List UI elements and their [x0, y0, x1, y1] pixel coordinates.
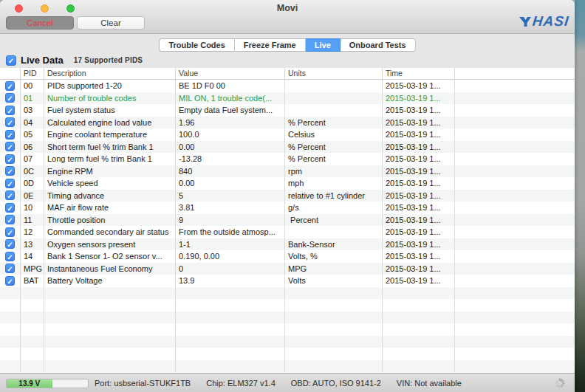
row-time: [383, 287, 455, 300]
row-filler: [455, 92, 575, 105]
column-header-description[interactable]: Description: [44, 68, 176, 79]
row-value: [176, 287, 285, 300]
hasi-logo-y-icon: [519, 16, 532, 28]
row-checkbox[interactable]: [5, 239, 15, 249]
table-row[interactable]: 12 Commanded secondary air status From t…: [0, 226, 575, 238]
row-filler: [455, 275, 575, 287]
row-checkbox-cell: [0, 226, 21, 238]
row-value: [176, 348, 285, 360]
hasi-logo-text: HASI: [531, 13, 569, 30]
row-pid: [21, 299, 44, 312]
row-checkbox[interactable]: [5, 252, 15, 261]
row-time: 2015-03-19 1...: [383, 80, 455, 92]
column-header-checkbox: [0, 68, 21, 79]
table-row[interactable]: BAT Battery Voltage 13.9 Volts 2015-03-1…: [0, 275, 575, 287]
table-row[interactable]: 10 MAF air flow rate 3.81 g/s 2015-03-19…: [0, 202, 575, 214]
row-units: [285, 360, 383, 373]
row-checkbox[interactable]: [5, 190, 15, 200]
table-row[interactable]: 0E Timing advance 5 relative to #1 cylin…: [0, 190, 575, 202]
table-row[interactable]: 00 PIDs supported 1-20 BE 1D F0 00 2015-…: [0, 80, 575, 92]
tab-live[interactable]: Live: [306, 38, 341, 52]
column-header-time[interactable]: Time: [383, 68, 455, 79]
table-row[interactable]: 05 Engine coolant temperature 100.0 Cels…: [0, 128, 575, 141]
row-checkbox[interactable]: [5, 154, 15, 164]
row-checkbox[interactable]: [5, 130, 15, 140]
status-bar: 13.9 V Port: usbserial-STUKF1TB Chip: EL…: [0, 373, 575, 392]
table-row[interactable]: 0C Engine RPM 840 rpm 2015-03-19 1...: [0, 165, 575, 178]
row-pid: 10: [21, 202, 44, 214]
row-pid: MPG: [21, 263, 44, 275]
clear-button[interactable]: Clear: [77, 16, 145, 30]
row-description: Timing advance: [44, 190, 176, 202]
row-units: % Percent: [285, 141, 383, 154]
row-pid: 01: [21, 92, 44, 105]
row-time: 2015-03-19 1...: [383, 226, 455, 238]
row-description: Bank 1 Sensor 1- O2 sensor v...: [44, 250, 176, 263]
traffic-lights: [15, 4, 75, 13]
table-row[interactable]: 01 Number of trouble codes MIL ON, 1 tro…: [0, 92, 575, 105]
row-checkbox[interactable]: [5, 203, 15, 213]
row-value: 0.190, 0.00: [176, 250, 285, 263]
row-value: 5: [176, 190, 285, 202]
table-row[interactable]: 0D Vehicle speed 0.00 mph 2015-03-19 1..…: [0, 177, 575, 190]
table-row[interactable]: 11 Throttle position 9 Percent 2015-03-1…: [0, 214, 575, 227]
column-header-value[interactable]: Value: [176, 68, 285, 79]
tab-onboard-tests[interactable]: Onboard Tests: [341, 38, 416, 52]
zoom-button[interactable]: [66, 4, 75, 13]
row-description: Battery Voltage: [44, 275, 176, 287]
close-button[interactable]: [15, 4, 23, 13]
row-checkbox[interactable]: [5, 93, 15, 103]
tab-freeze-frame[interactable]: Freeze Frame: [235, 38, 306, 52]
table-row[interactable]: 04 Calculated engine load value 1.96 % P…: [0, 117, 575, 129]
row-value: From the outside atmosp...: [176, 226, 285, 238]
row-checkbox-cell: [0, 263, 21, 275]
row-pid: 04: [21, 117, 44, 129]
tab-trouble-codes[interactable]: Trouble Codes: [159, 38, 234, 52]
titlebar[interactable]: Movi: [0, 0, 575, 16]
row-pid: 0C: [21, 165, 44, 178]
row-checkbox[interactable]: [5, 106, 15, 115]
row-checkbox-cell: [0, 177, 21, 190]
row-checkbox-cell: [0, 141, 21, 154]
column-header-pid[interactable]: PID: [21, 68, 44, 79]
row-checkbox[interactable]: [5, 227, 15, 237]
row-time: [383, 336, 455, 348]
row-description: Long term fuel % trim Bank 1: [44, 153, 176, 165]
table-row[interactable]: 07 Long term fuel % trim Bank 1 -13.28 %…: [0, 153, 575, 165]
row-units: rpm: [285, 165, 383, 178]
column-header-units[interactable]: Units: [285, 68, 383, 79]
live-data-table-body: 00 PIDs supported 1-20 BE 1D F0 00 2015-…: [0, 80, 575, 373]
activity-spinner-icon: [555, 378, 565, 388]
row-checkbox[interactable]: [5, 264, 15, 273]
table-row: [0, 299, 575, 312]
row-units: [285, 104, 383, 117]
status-chip: Chip: ELM327 v1.4: [206, 379, 276, 388]
table-row: [0, 323, 575, 336]
cancel-button[interactable]: Cancel: [6, 16, 74, 30]
live-data-title: Live Data: [21, 55, 64, 66]
row-description: Engine coolant temperature: [44, 128, 176, 141]
table-row[interactable]: 06 Short term fuel % trim Bank 1 0.00 % …: [0, 141, 575, 154]
row-checkbox[interactable]: [5, 81, 15, 91]
row-description: Short term fuel % trim Bank 1: [44, 141, 176, 154]
row-checkbox[interactable]: [5, 215, 15, 224]
row-units: [285, 323, 383, 336]
row-filler: [455, 238, 575, 251]
table-row: [0, 287, 575, 300]
row-filler: [455, 250, 575, 263]
live-data-master-checkbox[interactable]: [6, 55, 16, 66]
table-row[interactable]: MPG Instantaneous Fuel Economy 0 MPG 201…: [0, 263, 575, 275]
minimize-button[interactable]: [41, 4, 49, 13]
row-checkbox[interactable]: [5, 117, 15, 127]
table-row[interactable]: 13 Oxygen sensors present 1-1 Bank-Senso…: [0, 238, 575, 251]
row-checkbox[interactable]: [5, 276, 15, 286]
row-pid: 12: [21, 226, 44, 238]
table-row[interactable]: 03 Fuel system status Empty data Fuel sy…: [0, 104, 575, 117]
row-units: Volts, %: [285, 250, 383, 263]
row-checkbox[interactable]: [5, 179, 15, 188]
table-row[interactable]: 14 Bank 1 Sensor 1- O2 sensor v... 0.190…: [0, 250, 575, 263]
row-time: [383, 299, 455, 312]
row-checkbox[interactable]: [5, 142, 15, 151]
row-checkbox[interactable]: [5, 166, 15, 176]
tab-bar: Trouble Codes Freeze Frame Live Onboard …: [0, 38, 575, 52]
